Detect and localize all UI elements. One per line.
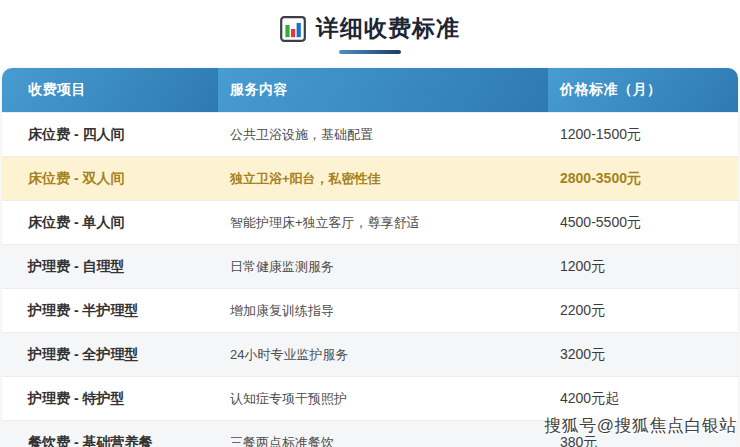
service-cell: 三餐两点标准餐饮 [218,421,548,447]
price-cell: 3200元 [548,333,738,377]
column-header-item: 收费项目 [2,68,218,113]
service-cell: 24小时专业监护服务 [218,333,548,377]
fee-item-cell: 护理费 - 特护型 [2,377,218,421]
title-underline [339,50,401,54]
fee-item-cell: 床位费 - 单人间 [2,201,218,245]
price-cell: 1200-1500元 [548,113,738,157]
column-header-price: 价格标准（月） [548,68,738,113]
service-cell: 认知症专项干预照护 [218,377,548,421]
fee-item-cell: 护理费 - 半护理型 [2,289,218,333]
page-header: 详细收费标准 [0,0,740,44]
price-cell: 2200元 [548,289,738,333]
table-row: 床位费 - 四人间 公共卫浴设施，基础配置 1200-1500元 [2,113,738,157]
table-header-row: 收费项目 服务内容 价格标准（月） [2,68,738,113]
table-row: 床位费 - 单人间 智能护理床+独立客厅，尊享舒适 4500-5500元 [2,201,738,245]
fee-table-body: 床位费 - 四人间 公共卫浴设施，基础配置 1200-1500元 床位费 - 双… [2,113,738,447]
fee-table: 收费项目 服务内容 价格标准（月） 床位费 - 四人间 公共卫浴设施，基础配置 … [2,68,738,447]
service-cell: 独立卫浴+阳台，私密性佳 [218,157,548,201]
price-cell: 2800-3500元 [548,157,738,201]
fee-item-cell: 护理费 - 全护理型 [2,333,218,377]
fee-table-grid: 收费项目 服务内容 价格标准（月） 床位费 - 四人间 公共卫浴设施，基础配置 … [2,68,738,447]
fee-item-cell: 床位费 - 四人间 [2,113,218,157]
service-cell: 智能护理床+独立客厅，尊享舒适 [218,201,548,245]
fee-item-cell: 床位费 - 双人间 [2,157,218,201]
table-row: 护理费 - 自理型 日常健康监测服务 1200元 [2,245,738,289]
service-cell: 公共卫浴设施，基础配置 [218,113,548,157]
table-row: 护理费 - 全护理型 24小时专业监护服务 3200元 [2,333,738,377]
service-cell: 增加康复训练指导 [218,289,548,333]
bar-chart-icon [280,16,306,42]
price-cell: 1200元 [548,245,738,289]
table-row: 床位费 - 双人间 独立卫浴+阳台，私密性佳 2800-3500元 [2,157,738,201]
service-cell: 日常健康监测服务 [218,245,548,289]
fee-item-cell: 护理费 - 自理型 [2,245,218,289]
watermark: 搜狐号@搜狐焦点白银站 [544,414,737,437]
column-header-service: 服务内容 [218,68,548,113]
price-cell: 4500-5500元 [548,201,738,245]
page-title: 详细收费标准 [316,13,460,44]
table-row: 护理费 - 半护理型 增加康复训练指导 2200元 [2,289,738,333]
fee-item-cell: 餐饮费 - 基础营养餐 [2,421,218,447]
